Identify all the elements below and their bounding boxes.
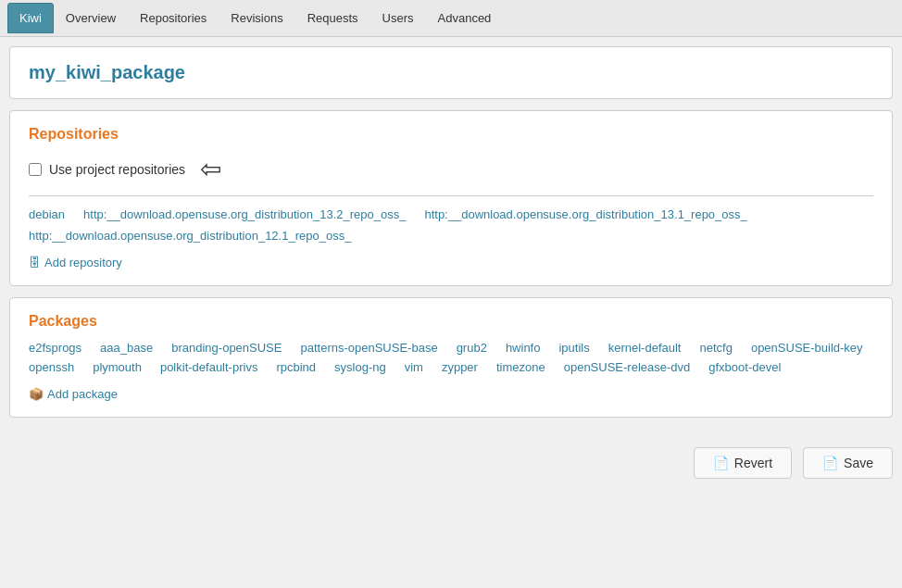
title-card: my_kiwi_package [9,46,893,99]
nav-tab-overview[interactable]: Overview [54,3,128,33]
bottom-bar: 📄 Revert 📄 Save [0,438,902,488]
add-pkg-icon [29,385,44,402]
package-link-15[interactable]: vim [405,360,423,374]
save-label: Save [844,456,873,470]
save-icon: 📄 [822,456,838,470]
repositories-card: Repositories Use project repositories ⇦ … [9,110,893,286]
package-link-13[interactable]: rpcbind [276,360,316,374]
add-repository-link[interactable]: Add repository [29,254,873,270]
package-link-3[interactable]: patterns-openSUSE-base [300,341,437,355]
revert-label: Revert [734,456,772,470]
packages-list: e2fsprogs aaa_base branding-openSUSE pat… [29,341,873,374]
package-link-14[interactable]: syslog-ng [334,360,386,374]
package-link-0[interactable]: e2fsprogs [29,341,81,355]
repo-link-3[interactable]: http:__download.opensuse.org_distributio… [29,229,351,243]
package-link-6[interactable]: iputils [558,341,589,355]
add-package-label: Add package [47,387,118,401]
use-project-repos-checkbox[interactable] [29,163,42,176]
revert-icon: 📄 [713,456,729,470]
package-link-10[interactable]: openssh [29,360,74,374]
back-arrow-icon: ⇦ [200,154,221,184]
package-link-19[interactable]: gfxboot-devel [708,360,781,374]
package-link-8[interactable]: netcfg [699,341,732,355]
package-link-11[interactable]: plymouth [93,360,142,374]
repo-link-0[interactable]: debian [29,207,65,221]
package-link-2[interactable]: branding-openSUSE [171,341,282,355]
package-link-7[interactable]: kernel-default [608,341,682,355]
packages-card: Packages e2fsprogs aaa_base branding-ope… [9,297,893,418]
package-link-18[interactable]: openSUSE-release-dvd [564,360,691,374]
package-link-1[interactable]: aaa_base [100,341,153,355]
top-nav: Kiwi Overview Repositories Revisions Req… [0,0,902,37]
repo-links-list: debian http:__download.opensuse.org_dist… [29,207,873,243]
package-link-12[interactable]: polkit-default-privs [160,360,258,374]
nav-tab-repositories[interactable]: Repositories [128,3,219,33]
nav-tab-requests[interactable]: Requests [295,3,370,33]
add-repository-label: Add repository [44,256,122,269]
repos-divider [29,195,873,196]
use-project-repos-row: Use project repositories ⇦ [29,154,873,184]
save-button[interactable]: 📄 Save [803,447,893,479]
package-link-5[interactable]: hwinfo [506,341,541,355]
revert-button[interactable]: 📄 Revert [694,447,792,479]
use-project-repos-label: Use project repositories [49,162,185,177]
package-title: my_kiwi_package [29,62,873,83]
add-package-link[interactable]: Add package [29,385,873,402]
nav-tab-users[interactable]: Users [370,3,426,33]
package-link-17[interactable]: timezone [496,360,545,374]
packages-section-title: Packages [29,313,873,330]
package-link-4[interactable]: grub2 [457,341,487,355]
add-repo-icon [29,254,41,270]
nav-tab-revisions[interactable]: Revisions [219,3,294,33]
main-content: my_kiwi_package Repositories Use project… [0,37,902,438]
package-link-16[interactable]: zypper [442,360,478,374]
repo-link-2[interactable]: http:__download.opensuse.org_distributio… [424,207,746,221]
nav-tab-kiwi[interactable]: Kiwi [7,3,54,33]
nav-tab-advanced[interactable]: Advanced [426,3,504,33]
package-link-9[interactable]: openSUSE-build-key [751,341,863,355]
repositories-section-title: Repositories [29,126,873,143]
repo-link-1[interactable]: http:__download.opensuse.org_distributio… [83,207,406,221]
